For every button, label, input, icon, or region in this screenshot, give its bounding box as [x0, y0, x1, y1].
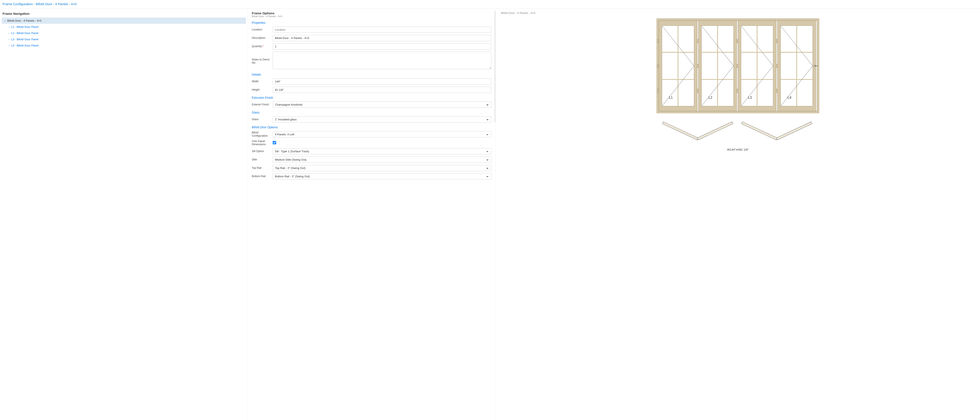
panel-label: L4	[788, 96, 791, 99]
label-stile: Stile	[252, 158, 273, 161]
dimension-text: W144"xH82 1/8"	[657, 148, 819, 151]
chevron-down-icon: ⌄	[8, 38, 10, 40]
label-auto-equal: Auto Equal Dimensions	[252, 140, 273, 146]
door-plan-drawing	[657, 117, 819, 147]
label-quantity: Quantity:*	[252, 45, 273, 48]
label-bottom-rail: Bottom Rail	[252, 175, 273, 178]
bottom-rail-select[interactable]: Bottom Rail - 3" (Swing Out)	[273, 173, 491, 179]
tree-item-l2[interactable]: ⌄ L2 - Bifold Door Panel	[2, 30, 246, 36]
tree-item-label: L4 - Bifold Door Panel	[11, 44, 38, 47]
tree-item-l3[interactable]: ⌄ L3 - Bifold Door Panel	[2, 36, 246, 42]
section-details: Details	[252, 73, 491, 76]
tree-item-label: L2 - Bifold Door Panel	[11, 32, 38, 35]
section-properties: Properties	[252, 21, 491, 24]
quantity-input[interactable]	[273, 43, 491, 50]
panel-label: L3	[748, 96, 752, 99]
notes-textarea[interactable]	[273, 52, 491, 69]
top-rail-select[interactable]: Top Rail - 3" (Swing Out)	[273, 165, 491, 171]
exterior-finish-select[interactable]: Champagne Anodized	[273, 102, 491, 108]
svg-rect-12	[662, 121, 698, 140]
label-exterior-finish: Exterior Finish	[252, 103, 273, 106]
bifold-config-select[interactable]: 4 Panels: 4 Left	[273, 131, 491, 137]
door-elevation-drawing: L1 L2 L3 L4	[657, 18, 819, 113]
frame-navigation-heading: Frame Navigation	[3, 12, 245, 15]
section-bifold-options: Bifold Door Options	[252, 126, 491, 129]
auto-equal-checkbox[interactable]	[273, 141, 276, 144]
label-top-rail: Top Rail	[252, 166, 273, 169]
frame-options-panel: Frame Options Bifold Door - 4 Panels - 4…	[248, 9, 496, 420]
glass-select[interactable]: 1" insulated glass	[273, 116, 491, 123]
description-input[interactable]	[273, 35, 491, 41]
panel-label: L2	[709, 96, 713, 99]
label-description: Description:	[252, 37, 273, 40]
sill-option-select[interactable]: Sill - Type 1 (Surface Track)	[273, 148, 491, 155]
preview-panel: Bifold Door - 4 Panels - 4+0	[496, 9, 980, 420]
tree-item-label: L1 - Bifold Door Panel	[11, 25, 38, 29]
panel-label: L1	[669, 96, 673, 99]
svg-rect-15	[776, 122, 812, 140]
page-title: Frame Configuration - Bifold Door - 4 Pa…	[0, 0, 980, 9]
tree-root-bifold-door[interactable]: ⌄ Bifold Door - 4 Panels - 4+0	[2, 18, 246, 24]
section-extrusion-finish: Extrusion Finish	[252, 96, 491, 99]
tree-root-label: Bifold Door - 4 Panels - 4+0	[7, 19, 41, 22]
tree-item-l1[interactable]: ⌄ L1 - Bifold Door Panel	[2, 24, 246, 30]
preview-breadcrumb: Bifold Door - 4 Panels - 4+0	[501, 11, 975, 14]
tree-item-l4[interactable]: ⌄ L4 - Bifold Door Panel	[2, 42, 246, 49]
chevron-down-icon: ⌄	[8, 32, 10, 34]
label-glass: Glass	[252, 118, 273, 121]
chevron-down-icon: ⌄	[8, 44, 10, 46]
tree-item-label: L3 - Bifold Door Panel	[11, 38, 38, 41]
label-width: Width	[252, 80, 273, 83]
section-glass: Glass	[252, 111, 491, 114]
chevron-down-icon: ⌄	[4, 19, 6, 22]
frame-options-heading: Frame Options	[252, 11, 491, 15]
width-input[interactable]	[273, 78, 491, 85]
label-sill-option: Sill Option	[252, 150, 273, 153]
frame-options-subheading: Bifold Door - 4 Panels - 4+0	[252, 15, 491, 18]
svg-rect-14	[741, 121, 777, 140]
chevron-down-icon: ⌄	[8, 26, 10, 28]
label-notes: Notes to Demo Db:	[252, 52, 273, 64]
label-bifold-config: Bifold Configuration	[252, 131, 273, 137]
stile-select[interactable]: Medium Stile (Swing Out)	[273, 157, 491, 163]
svg-rect-13	[697, 122, 733, 140]
label-location: Location:	[252, 28, 273, 31]
frame-navigation-panel: Frame Navigation ⌄ Bifold Door - 4 Panel…	[0, 9, 248, 420]
height-input[interactable]	[273, 87, 491, 93]
location-input[interactable]	[273, 27, 491, 33]
label-height: Height	[252, 88, 273, 91]
